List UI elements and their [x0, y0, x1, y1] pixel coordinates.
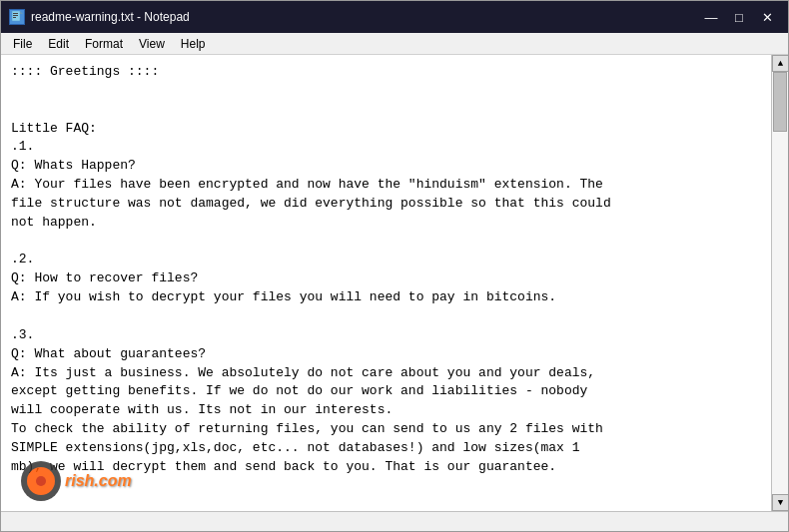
status-bar — [1, 511, 788, 531]
scroll-thumb[interactable] — [773, 72, 787, 132]
title-bar: readme-warning.txt - Notepad — □ ✕ — [1, 1, 788, 33]
watermark-inner-circle — [27, 467, 55, 495]
window-controls: — □ ✕ — [698, 7, 780, 27]
menu-view[interactable]: View — [131, 34, 173, 54]
svg-rect-3 — [13, 17, 16, 18]
scroll-track[interactable] — [772, 72, 788, 494]
scrollbar: ▲ ▼ — [771, 55, 788, 511]
content-area: :::: Greetings :::: Little FAQ: .1. Q: W… — [1, 55, 788, 511]
svg-marker-4 — [20, 11, 23, 14]
title-bar-left: readme-warning.txt - Notepad — [9, 9, 190, 25]
watermark: rish.com — [21, 461, 132, 501]
scroll-up-button[interactable]: ▲ — [772, 55, 788, 72]
maximize-button[interactable]: □ — [726, 7, 752, 27]
menu-format[interactable]: Format — [77, 34, 131, 54]
menu-file[interactable]: File — [5, 34, 40, 54]
watermark-text: rish.com — [65, 472, 132, 490]
svg-rect-2 — [13, 15, 18, 16]
text-editor[interactable]: :::: Greetings :::: Little FAQ: .1. Q: W… — [1, 55, 771, 511]
app-icon — [9, 9, 25, 25]
watermark-outer-circle — [21, 461, 61, 501]
svg-rect-1 — [13, 13, 18, 14]
menu-bar: File Edit Format View Help — [1, 33, 788, 55]
close-button[interactable]: ✕ — [754, 7, 780, 27]
watermark-dot — [36, 476, 46, 486]
scroll-down-button[interactable]: ▼ — [772, 494, 788, 511]
window-title: readme-warning.txt - Notepad — [31, 10, 190, 24]
minimize-button[interactable]: — — [698, 7, 724, 27]
notepad-window: readme-warning.txt - Notepad — □ ✕ File … — [0, 0, 789, 532]
watermark-logo — [21, 461, 61, 501]
menu-help[interactable]: Help — [173, 34, 214, 54]
menu-edit[interactable]: Edit — [40, 34, 77, 54]
